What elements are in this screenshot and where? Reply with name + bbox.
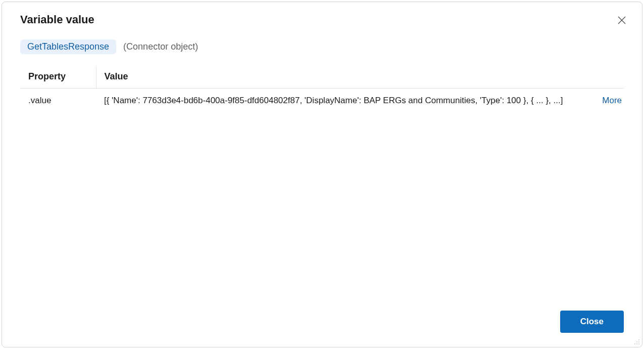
svg-point-3 bbox=[636, 341, 637, 342]
close-icon[interactable] bbox=[616, 14, 628, 26]
property-table-wrapper: Property Value .value [{ 'Name': 7763d3e… bbox=[2, 54, 642, 301]
svg-point-4 bbox=[638, 341, 639, 342]
svg-point-5 bbox=[634, 343, 635, 344]
type-chip[interactable]: GetTablesResponse bbox=[20, 39, 116, 54]
dialog-title: Variable value bbox=[20, 13, 94, 26]
property-cell: .value bbox=[20, 89, 96, 113]
variable-value-dialog: Variable value GetTablesResponse (Connec… bbox=[2, 2, 642, 347]
more-link[interactable]: More bbox=[602, 96, 624, 106]
resize-grip-icon[interactable] bbox=[633, 338, 640, 345]
close-button[interactable]: Close bbox=[560, 311, 624, 333]
svg-point-6 bbox=[636, 343, 637, 344]
type-description: (Connector object) bbox=[123, 41, 198, 52]
svg-point-7 bbox=[638, 343, 639, 344]
dialog-footer: Close bbox=[2, 301, 642, 347]
value-cell: [{ 'Name': 7763d3e4-bd6b-400a-9f85-dfd60… bbox=[96, 89, 624, 113]
table-header-row: Property Value bbox=[20, 66, 624, 89]
svg-point-2 bbox=[638, 339, 639, 340]
type-row: GetTablesResponse (Connector object) bbox=[2, 26, 642, 54]
column-header-value: Value bbox=[96, 66, 624, 89]
property-table: Property Value .value [{ 'Name': 7763d3e… bbox=[20, 66, 624, 113]
value-text: [{ 'Name': 7763d3e4-bd6b-400a-9f85-dfd60… bbox=[104, 96, 592, 106]
table-row: .value [{ 'Name': 7763d3e4-bd6b-400a-9f8… bbox=[20, 89, 624, 113]
column-header-property: Property bbox=[20, 66, 96, 89]
dialog-header: Variable value bbox=[2, 2, 642, 26]
